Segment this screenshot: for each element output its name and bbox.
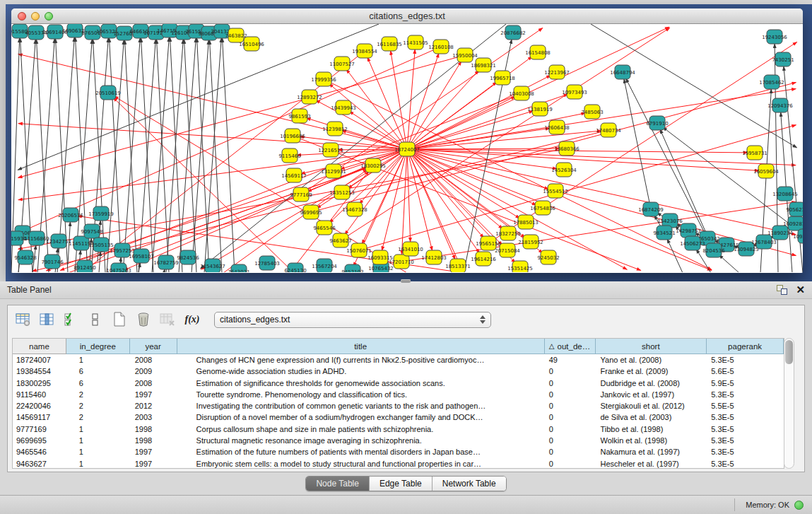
graph-node[interactable] bbox=[481, 236, 496, 250]
graph-node[interactable] bbox=[327, 122, 343, 136]
scrollbar-thumb[interactable] bbox=[785, 340, 793, 364]
graph-edge[interactable] bbox=[407, 149, 502, 229]
graph-node[interactable] bbox=[764, 75, 779, 89]
graph-node[interactable] bbox=[357, 44, 372, 58]
table-row[interactable]: 969969511998Structural magnetic resonanc… bbox=[13, 435, 784, 446]
graph-edge[interactable] bbox=[179, 38, 196, 272]
graph-node[interactable] bbox=[500, 226, 516, 240]
graph-edge[interactable] bbox=[407, 149, 483, 238]
table-row[interactable]: 977716911998Corpus callosum shape and si… bbox=[13, 424, 784, 435]
graph-node[interactable] bbox=[756, 235, 772, 249]
graph-edge[interactable] bbox=[407, 53, 439, 149]
graph-edge[interactable] bbox=[342, 131, 407, 149]
graph-edge[interactable] bbox=[667, 239, 683, 272]
graph-node[interactable] bbox=[649, 116, 665, 130]
graph-node[interactable] bbox=[382, 37, 397, 51]
graph-node[interactable] bbox=[114, 243, 130, 257]
float-panel-icon[interactable] bbox=[777, 285, 787, 295]
graph-node[interactable] bbox=[365, 158, 381, 173]
table-row[interactable]: 1938455462009Genome-wide association stu… bbox=[13, 366, 784, 377]
graph-node[interactable] bbox=[798, 229, 803, 243]
graph-node[interactable] bbox=[117, 26, 132, 40]
graph-edge[interactable] bbox=[407, 49, 415, 149]
table-column-icon[interactable] bbox=[37, 310, 57, 329]
graph-edge[interactable] bbox=[407, 149, 796, 165]
graph-node[interactable] bbox=[317, 221, 332, 235]
graph-node[interactable] bbox=[158, 255, 174, 269]
graph-node[interactable] bbox=[559, 141, 575, 156]
graph-node[interactable] bbox=[514, 86, 529, 100]
graph-edge[interactable] bbox=[123, 38, 140, 272]
graph-node[interactable] bbox=[293, 187, 309, 201]
graph-node[interactable] bbox=[747, 146, 763, 160]
graph-node[interactable] bbox=[347, 202, 363, 216]
graph-node[interactable] bbox=[180, 250, 196, 264]
close-window-icon[interactable] bbox=[18, 12, 26, 21]
graph-node[interactable] bbox=[584, 105, 600, 119]
graph-node[interactable] bbox=[706, 243, 722, 257]
column-header-in_degree[interactable]: in_degree bbox=[66, 339, 130, 354]
graph-node[interactable] bbox=[288, 263, 303, 272]
graph-node[interactable] bbox=[214, 24, 230, 38]
table-row[interactable]: 2242004622012Investigating the contribut… bbox=[13, 400, 784, 411]
graph-node[interactable] bbox=[18, 250, 33, 264]
graph-node[interactable] bbox=[403, 242, 418, 256]
delete-rows-icon[interactable] bbox=[134, 310, 153, 329]
graph-node[interactable] bbox=[549, 120, 565, 134]
graph-node[interactable] bbox=[505, 25, 521, 40]
graph-edge[interactable] bbox=[307, 118, 407, 149]
tab-node-table[interactable]: Node Table bbox=[306, 477, 370, 491]
graph-edge[interactable] bbox=[210, 40, 222, 272]
graph-edge[interactable] bbox=[157, 40, 169, 272]
graph-node[interactable] bbox=[408, 35, 423, 49]
table-row[interactable]: 1872400712008Changes of HCN gene express… bbox=[13, 354, 784, 366]
graph-node[interactable] bbox=[556, 163, 572, 177]
graph-node[interactable] bbox=[100, 86, 116, 100]
window-titlebar[interactable]: citations_edges.txt bbox=[11, 8, 803, 24]
graph-node[interactable] bbox=[63, 208, 78, 222]
graph-node[interactable] bbox=[316, 72, 331, 86]
graph-node[interactable] bbox=[450, 259, 466, 272]
graph-node[interactable] bbox=[541, 250, 556, 264]
graph-node[interactable] bbox=[399, 142, 415, 156]
graph-node[interactable] bbox=[685, 236, 700, 250]
graph-edge[interactable] bbox=[18, 148, 567, 249]
graph-node[interactable] bbox=[476, 252, 491, 266]
table-selector-dropdown[interactable]: citations_edges.txt bbox=[214, 312, 491, 328]
graph-node[interactable] bbox=[512, 261, 528, 272]
graph-node[interactable] bbox=[532, 102, 548, 116]
graph-node[interactable] bbox=[433, 40, 449, 54]
graph-edge[interactable] bbox=[624, 79, 651, 209]
table-settings-icon[interactable] bbox=[13, 310, 33, 329]
graph-edge[interactable] bbox=[719, 255, 739, 272]
graph-node[interactable] bbox=[548, 184, 563, 198]
graph-edge[interactable] bbox=[346, 69, 407, 149]
graph-edge[interactable] bbox=[407, 149, 543, 253]
graph-node[interactable] bbox=[85, 25, 100, 40]
vertical-scrollbar[interactable] bbox=[784, 338, 794, 469]
network-canvas[interactable]: 9155806405537420691406169063258765012106… bbox=[11, 24, 803, 272]
new-table-icon[interactable] bbox=[110, 310, 129, 329]
table-row[interactable]: 1830029562008Estimation of significance … bbox=[13, 378, 784, 389]
graph-node[interactable] bbox=[535, 201, 551, 215]
graph-node[interactable] bbox=[47, 25, 63, 39]
graph-node[interactable] bbox=[282, 148, 298, 163]
graph-node[interactable] bbox=[767, 30, 782, 44]
graph-node[interactable] bbox=[351, 243, 367, 257]
graph-node[interactable] bbox=[134, 249, 149, 263]
graph-node[interactable] bbox=[394, 255, 409, 269]
graph-node[interactable] bbox=[51, 234, 66, 248]
graph-edge[interactable] bbox=[107, 40, 124, 272]
graph-edge[interactable] bbox=[488, 42, 797, 243]
graph-edge[interactable] bbox=[407, 57, 532, 149]
graph-node[interactable] bbox=[162, 24, 177, 37]
graph-edge[interactable] bbox=[197, 38, 209, 272]
table-row[interactable]: 1456911722003Disruption of a novel membe… bbox=[13, 411, 784, 423]
graph-edge[interactable] bbox=[324, 79, 712, 270]
graph-node[interactable] bbox=[326, 164, 341, 178]
column-header-year[interactable]: year bbox=[130, 339, 177, 354]
graph-node[interactable] bbox=[12, 24, 28, 38]
graph-node[interactable] bbox=[101, 24, 117, 38]
graph-node[interactable] bbox=[739, 242, 754, 256]
graph-node[interactable] bbox=[777, 187, 793, 201]
